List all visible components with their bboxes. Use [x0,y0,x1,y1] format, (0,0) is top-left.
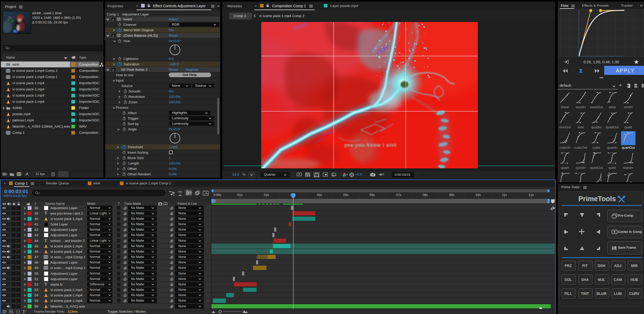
svg-text:yea you know i aint: yea you know i aint [344,142,397,148]
svg-text:fx: fx [112,34,114,37]
svg-text:fx: fx [112,68,114,71]
svg-text:fx: fx [112,18,114,21]
